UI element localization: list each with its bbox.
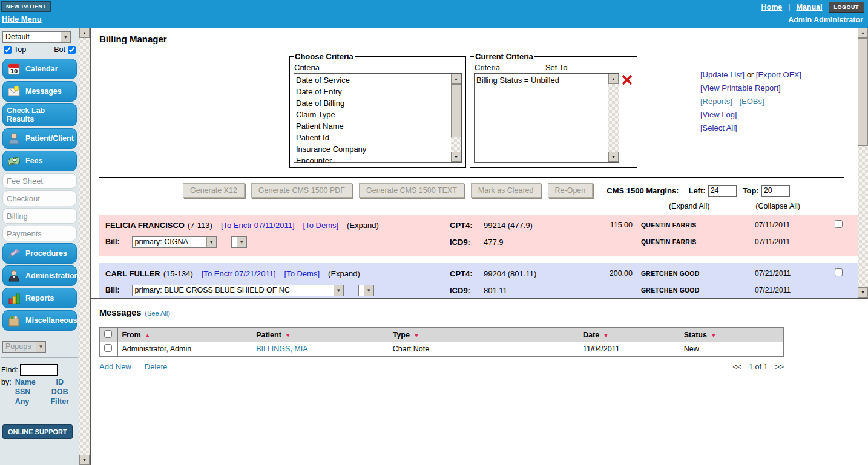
criteria-option[interactable]: Date of Entry [296,86,451,97]
find-by-ssn-link[interactable]: SSN [15,388,45,396]
delete-link[interactable]: Delete [145,362,168,371]
sidebar-item-billing[interactable]: Billing [2,208,77,224]
chevron-down-icon[interactable]: ▼ [237,237,246,247]
expand-claim-link[interactable]: (Expand) [347,221,379,230]
left-margin-input[interactable] [708,185,737,197]
column-header-date[interactable]: Date▼ [579,328,680,342]
expand-claim-link[interactable]: (Expand) [328,269,360,278]
layout-select[interactable]: Default ▼ [2,31,71,43]
criteria-option[interactable]: Claim Type [296,109,451,120]
scrollbar-thumb[interactable] [451,84,461,137]
chevron-down-icon[interactable]: ▼ [36,342,45,352]
scroll-up-icon[interactable]: ▲ [608,74,619,84]
bot-checkbox[interactable] [68,46,76,54]
scroll-down-icon[interactable]: ▼ [608,152,619,162]
popups-select[interactable]: Popups ▼ [2,341,46,353]
sidebar-item-procedures[interactable]: Procedures [2,243,77,264]
insurance-select[interactable]: primary: CIGNA ▼ [132,236,217,248]
criteria-option[interactable]: Insurance Company [296,143,451,155]
current-criteria-listbox[interactable]: Billing Status = Unbilled ▲ ▼ [474,73,619,163]
next-page-button[interactable]: >> [775,363,784,371]
chevron-down-icon[interactable]: ▼ [61,32,70,42]
partner-select[interactable]: ▼ [231,236,247,248]
table-row[interactable]: Administrator, Admin BILLINGS, MIA Chart… [100,342,783,357]
select-all-link[interactable]: [Select All] [700,123,801,132]
eobs-link[interactable]: [EOBs] [739,97,764,106]
mark-as-cleared-button[interactable]: Mark as Cleared [471,183,541,198]
sidebar-item-reports[interactable]: Reports [2,288,77,308]
find-by-id-link[interactable]: ID [45,378,74,386]
to-demographics-link[interactable]: [To Dems] [284,269,320,278]
scroll-down-icon[interactable]: ▼ [451,152,461,162]
online-support-button[interactable]: ONLINE SUPPORT [2,424,73,439]
partner-select[interactable]: ▼ [358,285,374,296]
generate-x12-button[interactable]: Generate X12 [183,183,245,198]
scroll-down-icon[interactable]: ▼ [858,287,868,298]
scroll-down-icon[interactable]: ▼ [79,455,90,465]
claim-select-checkbox[interactable] [835,220,843,228]
to-demographics-link[interactable]: [To Dems] [303,221,339,230]
criteria-option[interactable]: Patient Name [296,120,451,132]
sidebar-item-check-lab-results[interactable]: Check Lab Results [2,103,77,126]
billing-scrollbar[interactable]: ▲ ▼ [858,28,868,298]
expand-all-link[interactable]: (Expand All) [669,202,709,210]
manual-link[interactable]: Manual [796,3,822,11]
sidebar-item-checkout[interactable]: Checkout [2,190,77,206]
find-input[interactable] [20,364,58,376]
sidebar-item-patient-client[interactable]: Patient/Client [2,128,77,149]
message-patient-link[interactable]: BILLINGS, MIA [256,345,307,353]
find-by-name-link[interactable]: Name [15,378,45,386]
chevron-down-icon[interactable]: ▼ [334,285,343,296]
sidebar-item-messages[interactable]: Messages [2,81,77,102]
collapse-all-link[interactable]: (Collapse All) [755,202,800,210]
add-new-link[interactable]: Add New [99,362,131,371]
scroll-up-icon[interactable]: ▲ [451,74,461,84]
sidebar-scrollbar[interactable]: ▲ ▼ [79,28,90,465]
find-by-any-link[interactable]: Any [15,397,45,406]
home-link[interactable]: Home [761,3,783,11]
top-checkbox[interactable] [4,46,12,54]
export-ofx-link[interactable]: [Export OFX] [756,70,801,79]
top-margin-input[interactable] [761,185,790,197]
message-select-checkbox[interactable] [104,344,112,352]
scrollbar-thumb[interactable] [858,38,868,146]
criteria-option[interactable]: Date of Billing [296,97,451,109]
column-header-status[interactable]: Status▼ [680,328,783,342]
criteria-option[interactable]: Patient Id [296,132,451,143]
choose-criteria-listbox[interactable]: Date of Service Date of Entry Date of Bi… [294,73,462,163]
sidebar-item-administration[interactable]: Administration [2,265,77,286]
scroll-up-icon[interactable]: ▲ [858,28,868,38]
update-list-link[interactable]: [Update List] [700,70,745,79]
reports-link[interactable]: [Reports] [700,97,732,106]
see-all-link[interactable]: (See All) [145,310,170,317]
hide-menu-link[interactable]: Hide Menu [2,15,42,24]
generate-cms-1500-text-button[interactable]: Generate CMS 1500 TEXT [359,183,464,198]
find-by-filter-link[interactable]: Filter [45,397,74,406]
to-encounter-link[interactable]: [To Enctr 07/11/2011] [221,221,295,230]
re-open-button[interactable]: Re-Open [548,183,593,198]
column-header-patient[interactable]: Patient▼ [252,328,389,342]
criteria-option[interactable]: Date of Service [296,74,451,86]
sidebar-item-payments[interactable]: Payments [2,226,77,241]
scroll-up-icon[interactable]: ▲ [79,28,90,38]
to-encounter-link[interactable]: [To Enctr 07/21/2011] [202,269,276,278]
remove-criteria-icon[interactable] [621,74,633,88]
criteria-option[interactable]: Encounter [296,155,451,166]
chevron-down-icon[interactable]: ▼ [364,285,373,296]
column-header-type[interactable]: Type▼ [389,328,579,342]
prev-page-button[interactable]: << [733,363,742,371]
sidebar-item-calendar[interactable]: 10 Calendar [2,59,77,79]
sidebar-item-fee-sheet[interactable]: Fee Sheet [2,173,77,189]
insurance-select[interactable]: primary: BLUE CROSS BLUE SHIELD OF NC ▼ [132,285,344,296]
generate-cms-1500-pdf-button[interactable]: Generate CMS 1500 PDF [251,183,352,198]
column-header-from[interactable]: From▲ [118,328,252,342]
current-criteria-item[interactable]: Billing Status = Unbilled [476,74,608,86]
sidebar-item-fees[interactable]: Fees [2,151,77,171]
new-patient-button[interactable]: NEW PATIENT [1,1,51,12]
select-all-checkbox[interactable] [104,330,112,338]
claim-select-checkbox[interactable] [835,268,843,276]
view-log-link[interactable]: [View Log] [700,110,801,119]
listbox-scrollbar[interactable]: ▲ ▼ [608,74,619,162]
view-printable-report-link[interactable]: [View Printable Report] [700,83,801,93]
listbox-scrollbar[interactable]: ▲ ▼ [451,74,461,162]
